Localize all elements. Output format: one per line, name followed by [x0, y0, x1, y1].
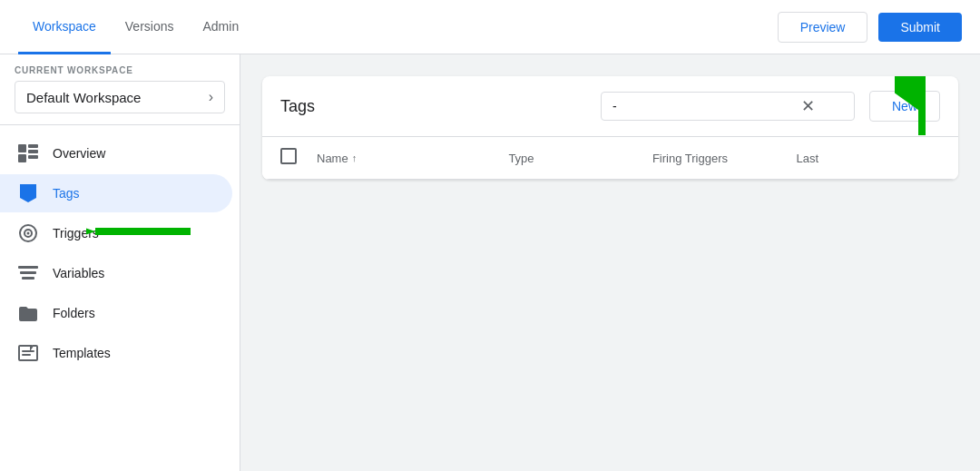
select-all-checkbox[interactable] — [280, 148, 317, 168]
sidebar-item-variables[interactable]: Variables — [0, 254, 232, 292]
preview-button[interactable]: Preview — [778, 12, 868, 43]
tab-workspace[interactable]: Workspace — [18, 1, 111, 54]
tags-search-box: ✕ — [601, 92, 855, 121]
sidebar: CURRENT WORKSPACE Default Workspace › — [0, 54, 240, 471]
svg-rect-11 — [22, 277, 34, 280]
workspace-selector: CURRENT WORKSPACE Default Workspace › — [0, 54, 240, 125]
workspace-label: CURRENT WORKSPACE — [15, 65, 225, 75]
variables-icon — [18, 263, 38, 283]
tags-panel: Tags ✕ New Name ↑ Type — [262, 76, 958, 180]
main-content: Tags ✕ New Name ↑ Type — [240, 54, 980, 471]
sidebar-item-overview[interactable]: Overview — [0, 134, 232, 172]
sidebar-item-tags[interactable]: Tags — [0, 174, 232, 212]
tags-header: Tags ✕ New — [262, 76, 958, 137]
workspace-name-button[interactable]: Default Workspace › — [15, 81, 225, 113]
search-input[interactable] — [612, 99, 794, 113]
svg-rect-4 — [28, 155, 38, 159]
nav-tabs: Workspace Versions Admin — [18, 0, 778, 54]
arrow-new-button — [895, 76, 949, 140]
tab-admin[interactable]: Admin — [188, 1, 253, 54]
clear-search-button[interactable]: ✕ — [801, 98, 815, 114]
svg-rect-3 — [28, 150, 38, 153]
svg-rect-12 — [22, 350, 34, 352]
svg-rect-9 — [18, 266, 38, 269]
svg-rect-1 — [28, 144, 38, 148]
sidebar-item-folders[interactable]: Folders — [0, 294, 232, 332]
svg-rect-13 — [22, 354, 31, 356]
sidebar-item-templates[interactable]: Templates — [0, 334, 232, 372]
svg-marker-5 — [20, 184, 36, 202]
tab-versions[interactable]: Versions — [111, 1, 189, 54]
column-type: Type — [508, 152, 652, 165]
triggers-icon — [18, 223, 38, 243]
svg-rect-0 — [18, 144, 26, 152]
templates-icon — [18, 343, 38, 363]
svg-rect-10 — [20, 271, 36, 274]
sort-icon: ↑ — [352, 152, 358, 163]
submit-button[interactable]: Submit — [878, 13, 962, 42]
overview-icon — [18, 143, 38, 163]
svg-point-8 — [27, 232, 30, 235]
chevron-right-icon: › — [209, 89, 213, 105]
tags-icon — [18, 183, 38, 203]
tags-title: Tags — [280, 97, 586, 116]
checkbox-icon — [280, 148, 297, 164]
folders-icon — [18, 303, 38, 323]
column-name[interactable]: Name ↑ — [317, 152, 508, 165]
main-layout: CURRENT WORKSPACE Default Workspace › — [0, 54, 980, 471]
top-navigation: Workspace Versions Admin Preview Submit — [0, 0, 980, 54]
svg-rect-2 — [18, 154, 26, 162]
tags-table-header: Name ↑ Type Firing Triggers Last — [262, 137, 958, 180]
column-last-edited: Last — [796, 152, 940, 165]
column-firing-triggers: Firing Triggers — [652, 152, 797, 165]
nav-actions: Preview Submit — [778, 12, 962, 43]
